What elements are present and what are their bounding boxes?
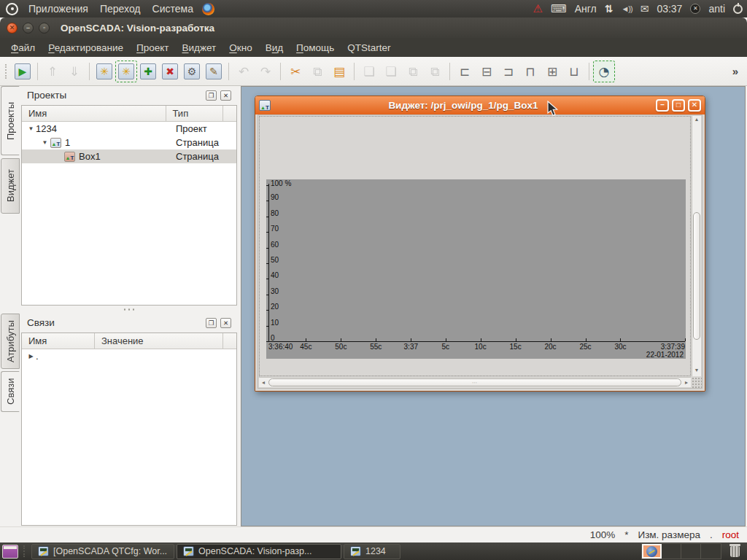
menu-project[interactable]: Проект <box>130 41 175 55</box>
new-widget-library-button[interactable]: ✳ <box>115 61 137 82</box>
network-icon[interactable]: ⇅ <box>605 3 614 15</box>
align-top-button[interactable]: ⊓ <box>519 61 541 82</box>
page-canvas[interactable]: 3:36:4045с50с55с3:375с10с15с20с25с30с3:3… <box>259 116 691 376</box>
expander-icon[interactable]: ▼ <box>40 139 50 146</box>
main-titlebar[interactable]: ✕ – ▫ OpenSCADA: Vision-разработка <box>0 18 747 38</box>
tab-attributes[interactable]: Атрибуты <box>1 314 20 369</box>
trash-icon[interactable] <box>730 546 740 557</box>
align-bottom-icon: ⊔ <box>569 64 578 79</box>
taskbar-button-3[interactable]: 1234 <box>344 544 400 559</box>
vertical-scrollbar-thumb[interactable] <box>693 212 700 340</box>
align-right-button[interactable]: ⊐ <box>498 61 519 82</box>
align-vert-center-button[interactable]: ⊟ <box>476 61 498 82</box>
user-menu[interactable]: anti <box>708 3 725 15</box>
column-header-name[interactable]: Имя <box>22 106 166 121</box>
scroll-down-icon[interactable]: ▼ <box>692 368 701 376</box>
taskbar-button-2[interactable]: OpenSCADA: Vision-разр... <box>177 544 341 559</box>
scroll-left-icon[interactable]: ◂ <box>259 378 268 387</box>
menu-qtstarter[interactable]: QTStarter <box>341 41 397 55</box>
firefox-icon[interactable] <box>202 3 214 15</box>
tab-projects[interactable]: Проекты <box>1 86 20 155</box>
float-panel-button[interactable]: ❐ <box>206 90 217 101</box>
x-tick <box>516 338 516 341</box>
x-tick <box>481 338 481 341</box>
horizontal-scrollbar[interactable]: ◂ ⋯ ▸ <box>259 377 691 387</box>
expander-icon[interactable]: ▼ <box>26 125 36 132</box>
close-panel-button[interactable]: ✕ <box>220 318 231 328</box>
column-header-type[interactable]: Тип <box>166 106 224 121</box>
child-close-button[interactable]: ✕ <box>688 99 701 112</box>
projects-panel: Проекты ❐ ✕ Имя Тип ▼1234Проект▼▲T1Стран… <box>20 86 238 306</box>
menu-edit[interactable]: Редактирование <box>42 41 130 55</box>
keyboard-icon[interactable]: ⌨ <box>551 2 567 15</box>
y-tick <box>266 310 268 311</box>
workspace-cell-4[interactable] <box>701 544 721 559</box>
menu-view[interactable]: Вид <box>259 41 290 55</box>
close-button[interactable]: ✕ <box>7 23 18 34</box>
scroll-right-icon[interactable]: ▸ <box>682 378 691 387</box>
tree-row-1234[interactable]: ▼1234Проект <box>22 122 236 136</box>
add-page-button[interactable]: ✚ <box>137 61 159 82</box>
desktop-menu-3[interactable]: Система <box>147 1 199 16</box>
workspace-cell-1[interactable] <box>642 544 662 559</box>
page-properties-button[interactable]: ⚙ <box>181 61 203 82</box>
column-header-name[interactable]: Имя <box>22 333 95 349</box>
visual-item-cursor-button[interactable]: ◔ <box>593 61 615 82</box>
menu-window[interactable]: Окно <box>222 41 258 55</box>
tab-widget[interactable]: Виджет <box>1 158 20 214</box>
save-to-db-button: ⇓ <box>63 61 85 82</box>
keyboard-layout[interactable]: Англ <box>575 3 597 15</box>
x-tick-label: 55с <box>370 343 382 351</box>
taskbar-button-label: [OpenSCADA QTCfg: Wor... <box>53 546 167 556</box>
desktop-menu-2[interactable]: Переход <box>94 1 147 16</box>
close-panel-button[interactable]: ✕ <box>220 90 231 101</box>
toolbar-overflow-icon[interactable]: » <box>732 65 743 77</box>
minimize-button[interactable]: – <box>23 23 34 34</box>
menu-file[interactable]: Файл <box>4 41 42 55</box>
align-left-icon: ⊏ <box>460 64 470 79</box>
expander-icon[interactable]: ▶ <box>26 353 36 359</box>
align-bottom-button[interactable]: ⊔ <box>563 61 585 82</box>
float-panel-button[interactable]: ❐ <box>206 318 217 328</box>
links-row[interactable]: ▶. <box>22 349 236 363</box>
user-status-icon[interactable]: ✕ <box>690 4 700 14</box>
child-minimize-button[interactable]: – <box>656 99 669 112</box>
menu-help[interactable]: Помощь <box>290 41 341 55</box>
new-project-button[interactable]: ✳ <box>93 61 115 82</box>
resize-grip[interactable] <box>692 377 702 388</box>
column-header-value[interactable]: Значение <box>95 333 223 349</box>
align-left-button[interactable]: ⊏ <box>454 61 476 82</box>
edit-page-button[interactable]: ✎ <box>203 61 225 82</box>
tree-cell-type: Страница <box>169 137 236 148</box>
tree-row-Box1[interactable]: ▲TBox1Страница <box>22 149 236 163</box>
ubuntu-logo-icon[interactable] <box>6 3 18 15</box>
warning-icon[interactable]: ⚠ <box>533 2 543 15</box>
power-icon[interactable] <box>733 4 743 14</box>
mail-icon[interactable]: ✉ <box>640 3 649 15</box>
cut-button[interactable]: ✂ <box>285 61 306 82</box>
trend-widget[interactable]: 3:36:4045с50с55с3:375с10с15с20с25с30с3:3… <box>266 179 686 359</box>
workspace-cell-3[interactable] <box>681 544 701 559</box>
vertical-scrollbar[interactable]: ▲ ▼ <box>692 116 701 376</box>
child-maximize-button[interactable]: □ <box>672 99 685 112</box>
horizontal-scrollbar-thumb[interactable]: ⋯ <box>268 378 681 386</box>
delete-page-button[interactable]: ✖ <box>159 61 181 82</box>
volume-icon[interactable]: ◄)) <box>621 4 632 13</box>
workspace-cell-2[interactable] <box>662 544 681 559</box>
widget-window-titlebar[interactable]: ▲T Виджет: /prj_owi/pg_1/pg_Box1 – □ ✕ <box>255 96 705 114</box>
paste-button[interactable]: ▤ <box>328 61 350 82</box>
clock[interactable]: 03:37 <box>657 3 682 15</box>
run-project-button[interactable]: ▶ <box>12 61 34 82</box>
panel-splitter[interactable] <box>20 306 238 313</box>
desktop-menu-1[interactable]: Приложения <box>23 1 94 16</box>
align-horiz-center-button[interactable]: ⊞ <box>541 61 563 82</box>
taskbar-button-1[interactable]: [OpenSCADA QTCfg: Wor... <box>31 544 174 559</box>
tree-row-1[interactable]: ▼▲T1Страница <box>22 136 236 149</box>
show-desktop-button[interactable] <box>2 545 18 559</box>
scroll-up-icon[interactable]: ▲ <box>692 117 701 125</box>
y-tick-label: 90 <box>271 194 279 201</box>
tab-links[interactable]: Связи <box>1 371 20 412</box>
menu-widget[interactable]: Виджет <box>176 41 223 55</box>
lower-bottom-widget-icon: ⧉ <box>430 64 439 79</box>
maximize-button[interactable]: ▫ <box>39 23 50 34</box>
